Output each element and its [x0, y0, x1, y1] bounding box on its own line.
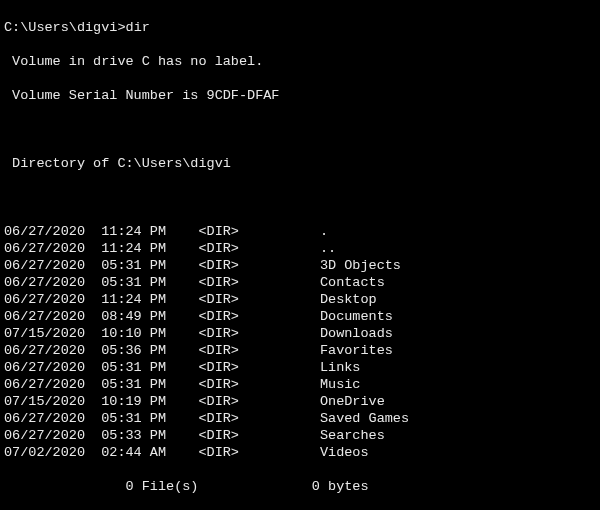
dir-entry: 06/27/2020 11:24 PM <DIR> ..	[4, 240, 596, 257]
dir-entry: 07/15/2020 10:10 PM <DIR> Downloads	[4, 325, 596, 342]
dir-entry: 06/27/2020 11:24 PM <DIR> .	[4, 223, 596, 240]
directory-listing: 06/27/2020 11:24 PM <DIR> .06/27/2020 11…	[4, 223, 596, 461]
dir-entry: 06/27/2020 05:31 PM <DIR> 3D Objects	[4, 257, 596, 274]
dir-entry: 06/27/2020 05:36 PM <DIR> Favorites	[4, 342, 596, 359]
summary-files: 0 File(s) 0 bytes	[4, 478, 596, 495]
dir-entry: 06/27/2020 08:49 PM <DIR> Documents	[4, 308, 596, 325]
dir-entry: 07/02/2020 02:44 AM <DIR> Videos	[4, 444, 596, 461]
volume-line: Volume in drive C has no label.	[4, 53, 596, 70]
blank-line	[4, 189, 596, 206]
blank-line	[4, 121, 596, 138]
dir-entry: 06/27/2020 05:31 PM <DIR> Saved Games	[4, 410, 596, 427]
dir-entry: 06/27/2020 05:31 PM <DIR> Contacts	[4, 274, 596, 291]
dir-entry: 06/27/2020 05:31 PM <DIR> Links	[4, 359, 596, 376]
directory-of-line: Directory of C:\Users\digvi	[4, 155, 596, 172]
dir-entry: 06/27/2020 05:31 PM <DIR> Music	[4, 376, 596, 393]
terminal[interactable]: C:\Users\digvi>dir Volume in drive C has…	[0, 0, 600, 510]
prompt-path: C:\Users\digvi	[4, 20, 117, 35]
prompt-line: C:\Users\digvi>dir	[4, 19, 596, 36]
command-text: dir	[126, 20, 150, 35]
dir-entry: 06/27/2020 05:33 PM <DIR> Searches	[4, 427, 596, 444]
dir-entry: 07/15/2020 10:19 PM <DIR> OneDrive	[4, 393, 596, 410]
dir-entry: 06/27/2020 11:24 PM <DIR> Desktop	[4, 291, 596, 308]
serial-line: Volume Serial Number is 9CDF-DFAF	[4, 87, 596, 104]
